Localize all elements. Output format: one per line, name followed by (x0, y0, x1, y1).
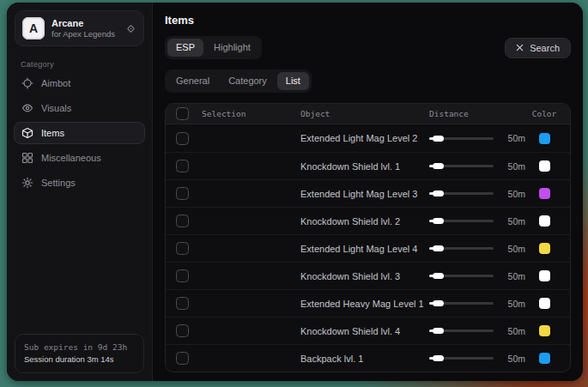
distance-cell: 50m (429, 216, 529, 227)
table-row: Extended Light Mag Level 250m (166, 124, 570, 152)
grid-icon (21, 152, 33, 164)
color-cell (529, 215, 560, 227)
distance-slider[interactable] (429, 192, 494, 195)
app-subtitle: for Apex Legends (52, 29, 118, 39)
sidebar-item-label: Miscellaneous (41, 153, 101, 163)
color-swatch[interactable] (539, 160, 550, 172)
table-row: Backpack lvl. 150m (166, 344, 570, 372)
tab-general[interactable]: General (167, 72, 218, 90)
tab-category[interactable]: Category (220, 72, 276, 90)
slider-knob[interactable] (433, 218, 444, 224)
distance-slider[interactable] (429, 137, 494, 140)
object-name: Extended Heavy Mag Level 1 (300, 299, 429, 309)
search-button[interactable]: Search (505, 38, 571, 58)
subscription-card: Sub expires in 9d 23h Session duration 3… (15, 334, 144, 373)
view-tabs: GeneralCategoryList (165, 70, 312, 93)
sidebar-nav: AimbotVisualsItemsMiscellaneousSettings (7, 72, 152, 194)
brand-text: Arcane for Apex Legends (52, 18, 118, 39)
items-table: Selection Object Distance Color Extended… (165, 103, 571, 372)
color-cell (529, 188, 560, 199)
sidebar-item-aimbot[interactable]: Aimbot (14, 72, 145, 94)
sidebar-item-settings[interactable]: Settings (14, 172, 145, 194)
slider-knob[interactable] (433, 190, 444, 197)
color-swatch[interactable] (539, 188, 550, 199)
sidebar-item-items[interactable]: Items (14, 122, 145, 144)
sidebar-item-miscellaneous[interactable]: Miscellaneous (14, 147, 145, 169)
app-window: A Arcane for Apex Legends Category Aimbo… (7, 3, 583, 381)
row-checkbox[interactable] (176, 242, 189, 255)
slider-knob[interactable] (433, 245, 444, 251)
object-name: Extended Light Mag Level 4 (300, 244, 429, 254)
distance-slider[interactable] (429, 247, 494, 250)
distance-slider[interactable] (429, 220, 494, 222)
sidebar-item-label: Aimbot (41, 78, 70, 88)
object-name: Extended Light Mag Level 3 (300, 189, 429, 199)
distance-value: 50m (501, 299, 525, 309)
main-panel: Items ESPHighlight Search GeneralCategor… (153, 3, 583, 381)
toolbar: ESPHighlight Search (165, 36, 571, 59)
slider-knob[interactable] (433, 273, 444, 279)
row-checkbox[interactable] (176, 324, 189, 337)
emblem-icon[interactable] (125, 23, 136, 34)
distance-cell: 50m (429, 161, 529, 172)
column-header-object: Object (300, 109, 429, 118)
row-checkbox[interactable] (176, 269, 189, 282)
color-swatch[interactable] (539, 215, 550, 227)
box-icon (21, 127, 33, 139)
distance-cell: 50m (429, 299, 529, 309)
sidebar-item-label: Settings (41, 178, 76, 188)
column-header-selection: Selection (202, 109, 300, 118)
row-checkbox[interactable] (176, 132, 189, 145)
distance-slider[interactable] (429, 275, 494, 277)
distance-value: 50m (501, 133, 525, 143)
color-cell (529, 353, 560, 364)
slider-knob[interactable] (433, 163, 444, 169)
color-cell (529, 298, 560, 309)
color-swatch[interactable] (539, 243, 550, 254)
app-logo: A (22, 17, 45, 39)
distance-value: 50m (501, 216, 525, 227)
slider-knob[interactable] (433, 136, 444, 142)
session-duration-text: Session duration 3m 14s (24, 354, 135, 366)
tab-list[interactable]: List (277, 72, 309, 90)
distance-value: 50m (501, 271, 525, 281)
table-body: Extended Light Mag Level 250mKnockdown S… (166, 124, 570, 372)
gear-icon (21, 177, 33, 189)
column-header-distance: Distance (429, 109, 529, 118)
slider-knob[interactable] (433, 300, 444, 306)
distance-cell: 50m (429, 326, 529, 336)
sidebar-item-visuals[interactable]: Visuals (14, 97, 145, 119)
color-swatch[interactable] (539, 298, 550, 309)
distance-cell: 50m (429, 133, 529, 143)
row-checkbox[interactable] (176, 160, 189, 172)
tab-esp[interactable]: ESP (167, 39, 203, 57)
distance-slider[interactable] (429, 330, 494, 332)
color-swatch[interactable] (539, 353, 550, 364)
distance-slider[interactable] (429, 357, 494, 360)
select-all-checkbox[interactable] (176, 107, 189, 120)
row-checkbox[interactable] (176, 297, 189, 310)
x-icon (516, 44, 524, 51)
page-title: Items (165, 14, 571, 27)
row-checkbox[interactable] (176, 215, 189, 227)
tab-highlight[interactable]: Highlight (205, 39, 259, 57)
color-swatch[interactable] (539, 270, 550, 281)
row-checkbox[interactable] (176, 352, 189, 365)
distance-slider[interactable] (429, 302, 494, 305)
object-name: Backpack lvl. 1 (300, 354, 429, 364)
object-name: Knockdown Shield lvl. 4 (300, 326, 429, 336)
distance-slider[interactable] (429, 165, 494, 167)
color-swatch[interactable] (539, 133, 550, 144)
row-checkbox[interactable] (176, 187, 189, 200)
table-row: Extended Light Mag Level 450m (166, 234, 570, 262)
color-cell (529, 133, 560, 144)
color-swatch[interactable] (539, 325, 550, 336)
distance-cell: 50m (429, 189, 529, 199)
crosshair-icon (21, 77, 33, 89)
distance-value: 50m (501, 326, 525, 336)
view-toolbar: GeneralCategoryList (165, 70, 571, 93)
slider-knob[interactable] (433, 355, 444, 361)
sidebar-item-label: Items (41, 128, 64, 138)
slider-knob[interactable] (433, 328, 444, 334)
brand-card: A Arcane for Apex Legends (15, 10, 144, 46)
